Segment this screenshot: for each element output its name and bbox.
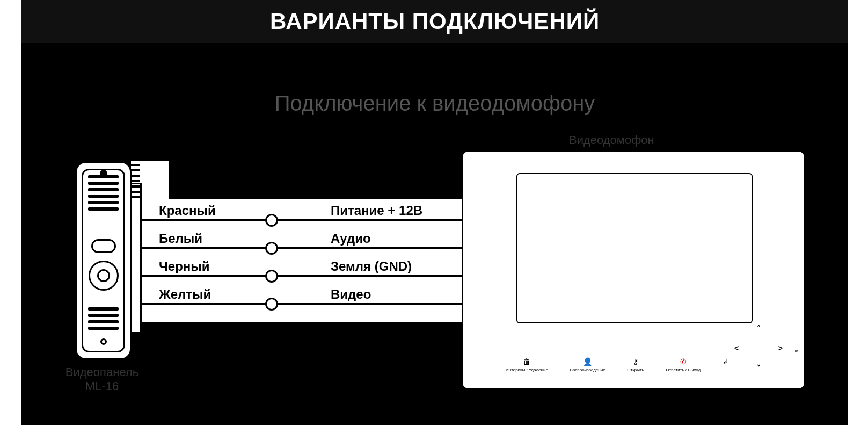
wire-node-2 [265, 242, 278, 255]
person-icon: 👤 [583, 358, 592, 365]
answer-exit-label: Ответить / Выход [666, 368, 701, 372]
phone-icon: ✆ [680, 358, 687, 365]
mic-hole-icon [100, 338, 107, 345]
monitor-button-row: 🗑 Интерком / Удаление 👤 Воспроизведение … [506, 358, 729, 372]
videopanel-label-line1: Видеопанель [65, 365, 138, 379]
dpad: ˄ ˅ < > [734, 324, 783, 372]
monitor-label: Видеодомофон [569, 133, 654, 147]
wire-signal-4: Видео [331, 287, 371, 302]
page-subtitle: Подключение к видеодомофону [21, 91, 848, 116]
monitor-device: 🗑 Интерком / Удаление 👤 Воспроизведение … [462, 150, 805, 390]
intercom-delete-button: 🗑 Интерком / Удаление [506, 358, 548, 372]
ok-label: OK [792, 349, 799, 354]
wire-node-4 [265, 298, 278, 311]
videopanel-label: Видеопанель ML-16 [59, 365, 145, 394]
speaker-grille-icon [88, 175, 119, 214]
open-lock-button: ⚷ Открыть [627, 358, 644, 372]
trash-icon: 🗑 [523, 358, 530, 365]
wire-2 [142, 247, 462, 249]
wire-signal-3: Земля (GND) [331, 259, 412, 274]
answer-exit-button: ✆ Ответить / Выход [666, 358, 701, 372]
wire-color-3: Черный [159, 259, 210, 274]
wire-color-4: Желтый [159, 287, 211, 302]
wire-signal-1: Питание + 12В [331, 203, 422, 218]
arrow-down-icon: ˅ [757, 364, 761, 372]
arrow-up-icon: ˄ [757, 324, 761, 333]
playback-label: Воспроизведение [570, 368, 606, 372]
open-lock-label: Открыть [627, 368, 644, 372]
playback-button: 👤 Воспроизведение [570, 358, 606, 372]
wire-3 [142, 275, 462, 277]
wire-signal-2: Аудио [331, 231, 371, 246]
wire-node-1 [265, 214, 278, 227]
mic-grille-icon [88, 307, 119, 333]
camera-lens-icon [89, 261, 119, 291]
diagram-frame: ВАРИАНТЫ ПОДКЛЮЧЕНИЙ Подключение к видео… [21, 0, 848, 425]
wire-1 [142, 219, 462, 221]
wire-4 [142, 303, 462, 305]
arrow-right-icon: > [778, 344, 783, 352]
arrow-left-icon: < [734, 344, 739, 352]
key-icon: ⚷ [633, 358, 638, 365]
call-button-icon [91, 239, 116, 253]
wire-node-3 [265, 270, 278, 283]
ok-spacer [725, 368, 726, 372]
videopanel-label-line2: ML-16 [85, 379, 119, 393]
enter-icon: ↲ [723, 358, 729, 365]
monitor-screen [516, 173, 753, 323]
intercom-delete-label: Интерком / Удаление [506, 368, 548, 372]
wire-color-1: Красный [159, 203, 216, 218]
videopanel-device [75, 161, 132, 360]
wire-color-2: Белый [159, 231, 202, 246]
page-title: ВАРИАНТЫ ПОДКЛЮЧЕНИЙ [21, 0, 848, 43]
ok-enter-button: ↲ [723, 358, 729, 372]
